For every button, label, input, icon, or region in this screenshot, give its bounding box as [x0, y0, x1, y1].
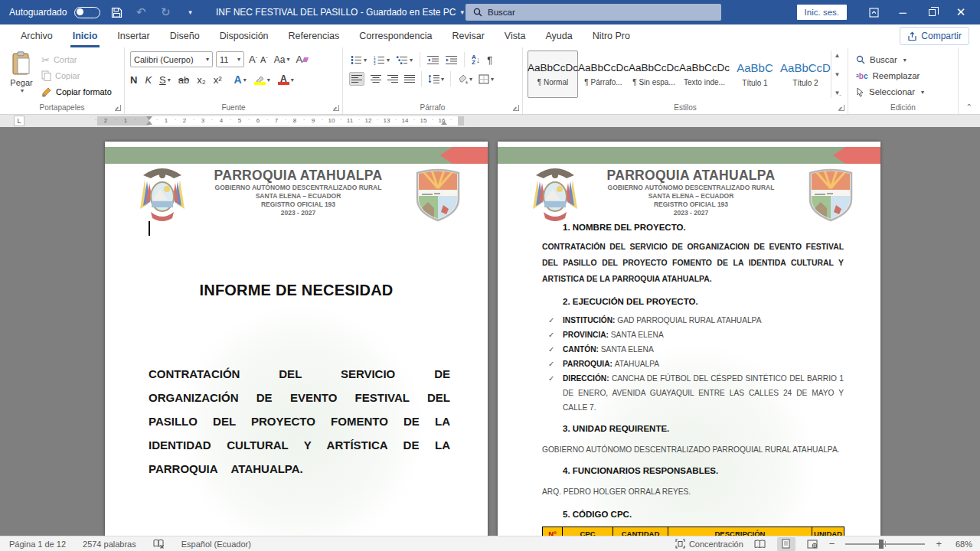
format-painter-button[interactable]: Copiar formato: [41, 84, 112, 99]
paragraph-dialog-launcher[interactable]: [513, 105, 519, 111]
style-sin-espa[interactable]: AaBbCcDc¶ Sin espa...: [629, 51, 679, 98]
zoom-in-button[interactable]: +: [936, 538, 942, 549]
paste-button[interactable]: Pegar ▾: [5, 51, 38, 106]
style-pa-rrafo[interactable]: AaBbCcDc¶ Párrafo...: [578, 51, 629, 98]
document-page-2[interactable]: PARROQUIA ATAHUALPA GOBIERNO AUTÓNOMO DE…: [498, 142, 880, 536]
align-right-button[interactable]: [387, 74, 398, 83]
word-count[interactable]: 2574 palabras: [83, 540, 136, 549]
document-title[interactable]: INF NEC FESTIVAL DEL PASILLO - Guardado …: [216, 0, 464, 24]
find-button[interactable]: Buscar▾: [856, 52, 906, 67]
right-indent-marker[interactable]: [441, 121, 447, 125]
pilcrow-button[interactable]: ¶: [487, 54, 492, 66]
header-red-flag: [440, 147, 488, 164]
proofing-error-icon[interactable]: [153, 539, 165, 549]
horizontal-ruler[interactable]: L 21···1·2·3·4·5·6·7·8·9·10·11·12·13·14·…: [0, 115, 980, 127]
text-effects-button[interactable]: A▾: [234, 73, 247, 86]
focus-mode-button[interactable]: Concentración: [675, 539, 743, 549]
search-input[interactable]: Buscar: [466, 4, 721, 21]
zoom-slider[interactable]: [845, 543, 925, 545]
tab-correspondencia[interactable]: Correspondencia: [349, 24, 442, 47]
tab-disen-o[interactable]: Diseño: [160, 24, 210, 47]
undo-icon[interactable]: ↶: [132, 4, 149, 21]
justify-button[interactable]: [404, 74, 415, 83]
zoom-level[interactable]: 68%: [949, 540, 972, 549]
select-button[interactable]: Seleccionar▾: [856, 84, 924, 99]
line-spacing-button[interactable]: ▾: [428, 74, 444, 83]
styles-dialog-launcher[interactable]: [838, 105, 844, 111]
minimize-button[interactable]: ─: [890, 0, 916, 24]
grow-font-button[interactable]: Aˆ: [249, 54, 257, 65]
cut-button[interactable]: ✂ Cortar: [41, 52, 77, 67]
style-texto-inde[interactable]: AaBbCcDcTexto inde...: [679, 51, 730, 98]
zoom-out-button[interactable]: −: [829, 538, 835, 549]
font-color-button[interactable]: A▾: [278, 75, 294, 85]
copy-button[interactable]: Copiar: [41, 68, 80, 83]
tab-revisar[interactable]: Revisar: [442, 24, 494, 47]
underline-button[interactable]: S▾: [159, 74, 171, 86]
save-icon[interactable]: [108, 4, 125, 21]
ruler-mark: 12: [365, 117, 372, 124]
restore-button[interactable]: [919, 0, 945, 24]
page-indicator[interactable]: Página 1 de 12: [9, 540, 66, 549]
tab-archivo[interactable]: Archivo: [11, 24, 63, 47]
tab-selector[interactable]: L: [14, 116, 24, 126]
tab-ayuda[interactable]: Ayuda: [535, 24, 582, 47]
sort-button[interactable]: AZ↓: [472, 54, 480, 65]
style-ti-tulo-1[interactable]: AaBbCTítulo 1: [730, 51, 780, 98]
close-button[interactable]: ✕: [948, 0, 974, 24]
shrink-font-button[interactable]: Aˇ: [260, 55, 268, 64]
hanging-indent-marker[interactable]: [146, 121, 152, 125]
increase-indent-button[interactable]: [446, 55, 457, 65]
quick-access-menu-icon[interactable]: ▾: [181, 4, 198, 21]
tab-insertar[interactable]: Insertar: [107, 24, 159, 47]
strikethrough-button[interactable]: ab: [178, 74, 189, 86]
numbering-button[interactable]: 123▾: [374, 55, 390, 65]
align-center-button[interactable]: [371, 74, 381, 83]
sign-in-button[interactable]: Inic. ses.: [797, 5, 847, 20]
highlight-button[interactable]: ▾: [254, 75, 270, 85]
style-ti-tulo-2[interactable]: AaBbCcDTítulo 2: [780, 51, 831, 98]
tab-disposicio-n[interactable]: Disposición: [210, 24, 279, 47]
bullets-button[interactable]: ▾: [351, 55, 367, 65]
italic-button[interactable]: K: [145, 74, 152, 86]
zoom-slider-thumb[interactable]: [879, 540, 884, 549]
styles-gallery-scroll[interactable]: ▲▼▼̱: [831, 51, 843, 98]
font-dialog-launcher[interactable]: [333, 105, 339, 111]
clipboard-dialog-launcher[interactable]: [115, 105, 121, 111]
collapse-ribbon-icon[interactable]: ⌃: [966, 103, 972, 111]
redo-icon[interactable]: ↻: [157, 4, 174, 21]
borders-button[interactable]: ▾: [479, 74, 494, 84]
clear-formatting-button[interactable]: A: [296, 54, 308, 65]
document-page-1[interactable]: PARROQUIA ATAHUALPA GOBIERNO AUTÓNOMO DE…: [105, 142, 488, 536]
shading-button[interactable]: ▾: [457, 74, 472, 84]
ribbon-tab-row: ArchivoInicioInsertarDiseñoDisposiciónRe…: [0, 24, 980, 47]
bold-button[interactable]: N: [130, 74, 137, 86]
ruler-mark: ·: [413, 116, 416, 123]
ruler-mark: 5: [238, 117, 241, 124]
tab-inicio[interactable]: Inicio: [63, 24, 108, 47]
share-button[interactable]: Compartir: [900, 27, 969, 45]
tab-nitro-pro[interactable]: Nitro Pro: [583, 24, 640, 47]
superscript-button[interactable]: x²: [214, 74, 222, 86]
tab-vista[interactable]: Vista: [495, 24, 536, 47]
font-name-select[interactable]: Calibri (Cuerpo)▾: [130, 51, 213, 67]
web-layout-icon[interactable]: [803, 537, 822, 551]
language-indicator[interactable]: Español (Ecuador): [181, 540, 251, 549]
autosave-toggle[interactable]: [74, 7, 100, 18]
subscript-button[interactable]: x₂: [197, 74, 206, 86]
multilevel-list-button[interactable]: ▾: [397, 55, 413, 65]
change-case-button[interactable]: Aa▾: [274, 54, 290, 65]
style-sample: AaBbCcDc: [578, 62, 629, 73]
table-header-n: Nº: [543, 527, 563, 536]
font-size-select[interactable]: 11▾: [216, 51, 244, 67]
style-normal[interactable]: AaBbCcDc¶ Normal: [528, 51, 578, 98]
first-line-indent-marker[interactable]: [146, 116, 152, 120]
read-mode-icon[interactable]: [751, 537, 769, 551]
decrease-indent-button[interactable]: [427, 55, 439, 65]
ruler-mark: 6: [256, 117, 260, 124]
tab-referencias[interactable]: Referencias: [279, 24, 350, 47]
replace-button[interactable]: ᵃbc Reemplazar: [856, 68, 920, 83]
align-left-button[interactable]: [349, 72, 364, 86]
ribbon-display-options-icon[interactable]: [861, 0, 887, 24]
print-layout-icon[interactable]: [777, 537, 795, 551]
